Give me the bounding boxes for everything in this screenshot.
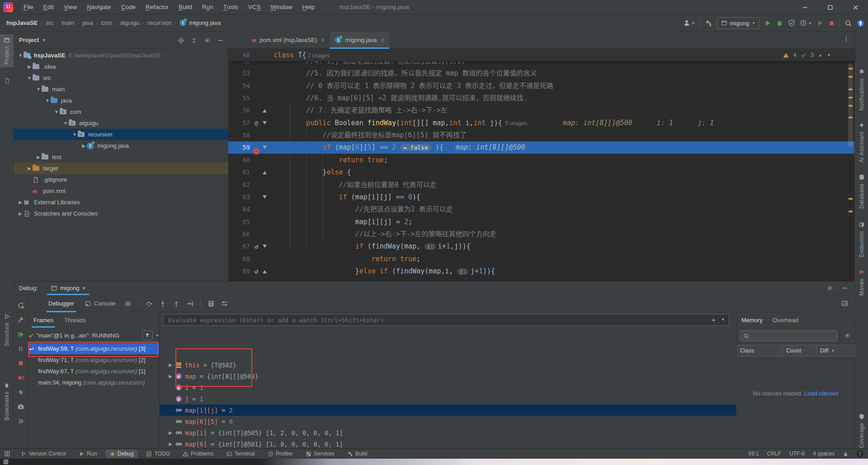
chevron-down-icon[interactable]: ▼ bbox=[42, 38, 46, 42]
variable-row-j[interactable]: pj = 1 bbox=[160, 393, 736, 404]
tree-item-com[interactable]: ▼com bbox=[14, 106, 228, 117]
tree-expand-icon[interactable]: ▼ bbox=[71, 132, 78, 137]
tree-expand-icon[interactable]: ▶ bbox=[26, 64, 33, 69]
editor-tab-pom-xml[interactable]: mpom.xml (hspJavaSE)× bbox=[246, 32, 330, 48]
close-icon[interactable]: × bbox=[82, 285, 86, 291]
code-line-63[interactable]: 63 if (map[i][j] == 0){ bbox=[228, 191, 854, 203]
variable-row-map[interactable]: ▶pmap = {int[8][]@500} bbox=[160, 371, 736, 382]
menu-code[interactable]: Code bbox=[116, 0, 141, 14]
build-hammer-icon[interactable] bbox=[705, 19, 712, 27]
coverage-button-icon[interactable] bbox=[788, 19, 795, 27]
fold-collapsed-icon[interactable] bbox=[263, 170, 267, 174]
rerun-button[interactable] bbox=[14, 300, 28, 311]
settings-gear-icon[interactable] bbox=[826, 285, 833, 291]
stop-button[interactable] bbox=[14, 357, 28, 369]
memory-column-diff[interactable]: Diff▼ bbox=[816, 345, 855, 356]
variable-row-map65[interactable]: map[6][5] = 0 bbox=[160, 416, 736, 427]
code-line-67[interactable]: 67↺ if (findWay(map, i:i+1,j)){ bbox=[228, 240, 854, 253]
tree-item-target[interactable]: ▶target bbox=[14, 163, 228, 174]
encoding[interactable]: UTF-8 bbox=[789, 451, 805, 457]
lock-icon[interactable] bbox=[843, 451, 849, 457]
menu-view[interactable]: View bbox=[59, 0, 82, 14]
status-item-services[interactable]: Services bbox=[302, 450, 339, 458]
stop-button-icon[interactable] bbox=[828, 20, 835, 27]
mute-breakpoints-button[interactable] bbox=[14, 386, 28, 398]
user-button[interactable]: ▼ bbox=[683, 19, 695, 27]
more-button[interactable] bbox=[14, 415, 28, 427]
code-line-60[interactable]: 60 return true; bbox=[228, 154, 854, 166]
tree-item-test[interactable]: ▶test bbox=[14, 151, 228, 163]
chevron-up-icon[interactable]: ▲ bbox=[818, 53, 822, 57]
var-expand-icon[interactable]: ▶ bbox=[167, 442, 174, 446]
project-panel-title[interactable]: Project bbox=[19, 37, 39, 43]
status-item-profiler[interactable]: Profiler bbox=[264, 450, 297, 458]
menu-vcs[interactable]: VCS bbox=[243, 0, 266, 14]
var-expand-icon[interactable]: ▶ bbox=[167, 374, 174, 379]
maximize-button[interactable] bbox=[817, 0, 843, 14]
tree-item-java[interactable]: ▼java bbox=[14, 95, 228, 106]
breadcrumb-file[interactable]: migong.java bbox=[189, 19, 221, 26]
breadcrumb-item[interactable]: com bbox=[101, 19, 112, 26]
notification-indicator[interactable]: ! bbox=[857, 451, 863, 457]
code-line-55[interactable]: 55 //6. 当 map[6][5] =2 就说明找到通路,就可以结束，否则就… bbox=[228, 92, 854, 104]
editor-tab-migong-java[interactable]: Cmigong.java× bbox=[330, 32, 389, 48]
code-line-62[interactable]: 62 //如果当前位置是0 代表可以走 bbox=[228, 179, 854, 191]
menu-help[interactable]: Help bbox=[297, 0, 320, 14]
code-area[interactable]: 52 //4. i,j 就是老鼠的位置，初始化的位置为(1,1)53 //5. … bbox=[228, 61, 854, 281]
status-item-run[interactable]: Run bbox=[75, 450, 101, 458]
code-line-59[interactable]: 59✓ if (map[6][5] == 2 = false ){ map: i… bbox=[228, 141, 854, 154]
tree-item-scratches-and-consoles[interactable]: ▶Scratches and Consoles bbox=[14, 208, 228, 219]
status-item-problems[interactable]: Problems bbox=[179, 450, 218, 458]
gear-icon[interactable] bbox=[204, 37, 211, 44]
debug-session-tab[interactable]: migong × bbox=[47, 282, 89, 295]
breadcrumb-item[interactable]: main bbox=[61, 19, 74, 26]
right-strip-database[interactable]: Database bbox=[855, 174, 868, 208]
menu-edit[interactable]: Edit bbox=[38, 0, 59, 14]
sidebar-tab-project[interactable]: Project bbox=[0, 34, 14, 67]
tree-item-recursion[interactable]: ▼recursion bbox=[14, 129, 228, 140]
tree-expand-icon[interactable]: ▶ bbox=[17, 200, 24, 205]
fold-collapsed-icon[interactable] bbox=[263, 108, 267, 113]
menu-build[interactable]: Build bbox=[174, 0, 197, 14]
status-item-todo[interactable]: TODO bbox=[142, 450, 174, 458]
calc-button[interactable] bbox=[204, 300, 218, 307]
variable-row-i[interactable]: pi = 1 bbox=[160, 382, 736, 393]
code-line-66[interactable]: 66 //以上->右->下->左的策略往其他四个方向走 bbox=[228, 228, 854, 240]
fold-expanded-icon[interactable] bbox=[263, 121, 267, 125]
code-line-68[interactable]: 68 return true; bbox=[228, 253, 854, 265]
menu-tools[interactable]: Tools bbox=[218, 0, 243, 14]
fold-expanded-icon[interactable] bbox=[263, 195, 267, 199]
ide-update-icon[interactable] bbox=[857, 19, 864, 27]
tree-item-hspjavase[interactable]: ▼hspJavaSEE:\workplace01\javaSE\hspJavaS… bbox=[14, 50, 228, 61]
frame-row[interactable]: findWay:67, T (com.atguigu.recursion) [1… bbox=[28, 366, 159, 377]
menu-window[interactable]: Window bbox=[266, 0, 297, 14]
debug-button-icon[interactable] bbox=[776, 19, 783, 27]
debug-tab-console[interactable]: Console bbox=[80, 295, 121, 312]
taskbar-window-icon[interactable] bbox=[3, 459, 9, 465]
collapse-all-icon[interactable] bbox=[191, 37, 198, 44]
memory-tab-memory[interactable]: Memory bbox=[736, 312, 768, 328]
frame-row[interactable]: findWay:59, T (com.atguigu.recursion) [3… bbox=[28, 343, 159, 354]
chevron-down-icon[interactable]: ▼ bbox=[722, 317, 724, 323]
fold-expanded-icon[interactable] bbox=[263, 244, 267, 249]
right-strip-ai-assistant[interactable]: AI Assistant bbox=[855, 122, 868, 163]
fold-expanded-icon[interactable] bbox=[263, 146, 267, 150]
frames-tab-frames[interactable]: Frames bbox=[28, 312, 59, 328]
memory-tab-overhead[interactable]: Overhead bbox=[768, 312, 803, 328]
menu-button[interactable] bbox=[121, 300, 135, 307]
right-strip-maven[interactable]: mMaven bbox=[855, 268, 868, 296]
breadcrumb-item[interactable]: recursion bbox=[147, 19, 171, 26]
minimize-icon[interactable] bbox=[841, 285, 848, 291]
debug-tab-debugger[interactable]: Debugger bbox=[43, 295, 80, 312]
status-item-debug[interactable]: Debug bbox=[105, 450, 137, 458]
run-config-select[interactable]: migong▼ bbox=[717, 17, 760, 29]
right-strip-coverage[interactable]: Coverage bbox=[855, 413, 868, 448]
code-line-65[interactable]: 65 map[i][j] = 2; bbox=[228, 216, 854, 228]
close-button[interactable] bbox=[843, 0, 868, 14]
menu-run[interactable]: Run bbox=[197, 0, 218, 14]
fold-collapsed-icon[interactable] bbox=[263, 269, 267, 273]
tree-expand-icon[interactable]: ▶ bbox=[26, 166, 33, 171]
menu-file[interactable]: File bbox=[19, 0, 38, 14]
wrench-button[interactable] bbox=[14, 314, 28, 326]
camera-button[interactable] bbox=[14, 401, 28, 413]
